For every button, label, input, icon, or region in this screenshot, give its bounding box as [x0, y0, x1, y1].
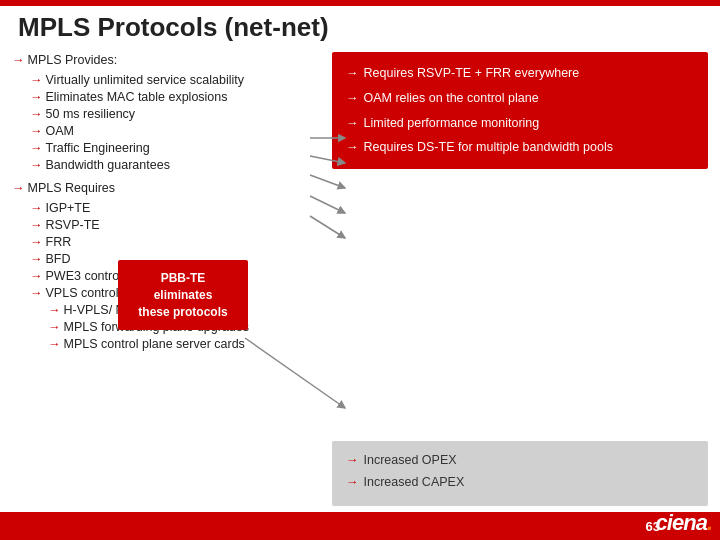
list-item: → OAM [30, 124, 324, 138]
arrow-icon: → [48, 320, 61, 334]
list-item: → IGP+TE [30, 201, 324, 215]
requires-item-2: RSVP-TE [46, 218, 325, 232]
provides-item-2: Eliminates MAC table explosions [46, 90, 325, 104]
gray-box-bottom: → Increased OPEX → Increased CAPEX [332, 441, 708, 507]
requires-label: MPLS Requires [28, 180, 325, 197]
right-top-item-1: Requires RSVP-TE + FRR everywhere [364, 64, 580, 83]
left-column: → MPLS Provides: → Virtually unlimited s… [8, 48, 328, 510]
list-item: → Requires DS-TE for multiple bandwidth … [346, 138, 694, 157]
page-title: MPLS Protocols (net-net) [18, 12, 329, 43]
bottom-bar: 63 ciena. [0, 512, 720, 540]
list-item: → Eliminates MAC table explosions [30, 90, 324, 104]
arrow-icon: → [30, 286, 43, 300]
pbb-line2: these protocols [138, 305, 227, 319]
arrow-icon: → [30, 107, 43, 121]
ciena-text: cien [656, 510, 696, 535]
list-item: → Limited performance monitoring [346, 114, 694, 133]
arrow-icon: → [30, 124, 43, 138]
sub-item-3: MPLS control plane server cards [64, 337, 325, 351]
provides-item-3: 50 ms resiliency [46, 107, 325, 121]
requires-header: → MPLS Requires [12, 180, 324, 197]
arrow-icon: → [12, 180, 25, 197]
ciena-dot: . [707, 510, 712, 535]
list-item: → Virtually unlimited service scalabilit… [30, 73, 324, 87]
arrow-icon: → [346, 473, 359, 492]
arrow-icon: → [30, 201, 43, 215]
arrow-icon: → [346, 64, 359, 83]
list-item: → Traffic Engineering [30, 141, 324, 155]
page: MPLS Protocols (net-net) → MPLS Provides… [0, 0, 720, 540]
provides-label: MPLS Provides: [28, 52, 325, 69]
arrow-icon: → [12, 52, 25, 69]
arrow-icon: → [346, 451, 359, 470]
arrow-icon: → [346, 89, 359, 108]
right-top-item-3: Limited performance monitoring [364, 114, 540, 133]
arrow-icon: → [48, 337, 61, 351]
requires-item-3: FRR [46, 235, 325, 249]
arrow-icon: → [30, 90, 43, 104]
list-item: → RSVP-TE [30, 218, 324, 232]
arrow-icon: → [48, 303, 61, 317]
content: → MPLS Provides: → Virtually unlimited s… [8, 48, 712, 510]
arrow-icon: → [30, 141, 43, 155]
arrow-icon: → [346, 138, 359, 157]
list-item: → FRR [30, 235, 324, 249]
top-bar [0, 0, 720, 6]
list-item: → OAM relies on the control plane [346, 89, 694, 108]
list-item: → Requires RSVP-TE + FRR everywhere [346, 64, 694, 83]
ciena-logo: ciena. [656, 510, 712, 536]
list-item: → 50 ms resiliency [30, 107, 324, 121]
provides-item-6: Bandwidth guarantees [46, 158, 325, 172]
right-top-item-4: Requires DS-TE for multiple bandwidth po… [364, 138, 613, 157]
list-item: → Increased OPEX [346, 451, 694, 470]
provides-items: → Virtually unlimited service scalabilit… [30, 73, 324, 172]
right-bottom-item-1: Increased OPEX [364, 451, 457, 470]
arrow-icon: → [30, 269, 43, 283]
right-bottom-item-2: Increased CAPEX [364, 473, 465, 492]
list-item: → Increased CAPEX [346, 473, 694, 492]
provides-item-5: Traffic Engineering [46, 141, 325, 155]
spacer [332, 177, 708, 433]
provides-item-1: Virtually unlimited service scalability [46, 73, 325, 87]
list-item: → Bandwidth guarantees [30, 158, 324, 172]
provides-item-4: OAM [46, 124, 325, 138]
red-box-top: → Requires RSVP-TE + FRR everywhere → OA… [332, 52, 708, 169]
arrow-icon: → [30, 252, 43, 266]
pbb-te-box: PBB-TE eliminates these protocols [118, 260, 248, 330]
arrow-icon: → [30, 218, 43, 232]
requires-item-1: IGP+TE [46, 201, 325, 215]
arrow-icon: → [30, 158, 43, 172]
arrow-icon: → [30, 235, 43, 249]
provides-header: → MPLS Provides: [12, 52, 324, 69]
pbb-line1: PBB-TE eliminates [154, 271, 213, 302]
list-item: → MPLS control plane server cards [48, 337, 324, 351]
arrow-icon: → [30, 73, 43, 87]
arrow-icon: → [346, 114, 359, 133]
right-top-item-2: OAM relies on the control plane [364, 89, 539, 108]
right-column: → Requires RSVP-TE + FRR everywhere → OA… [328, 48, 712, 510]
